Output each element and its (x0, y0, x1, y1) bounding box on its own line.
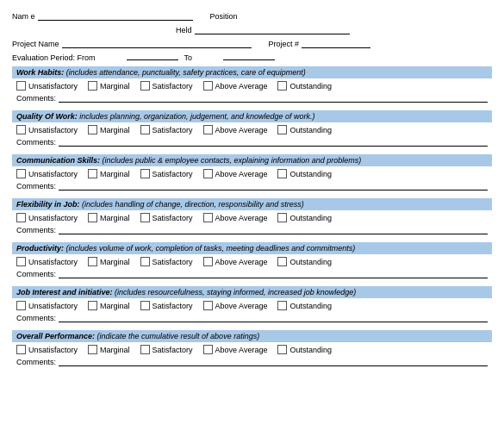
rating-item-unsatisfactory: Unsatisfactory (16, 345, 78, 354)
rating-label-satisfactory: Satisfactory (152, 346, 193, 354)
project-name-input[interactable] (62, 36, 252, 48)
rating-item-unsatisfactory: Unsatisfactory (16, 213, 78, 222)
name-label: Nam e (12, 12, 35, 21)
rating-row-flexibility-in-job: UnsatisfactoryMarginalSatisfactoryAbove … (12, 210, 492, 223)
rating-label-marginal: Marginal (100, 126, 130, 134)
rating-item-unsatisfactory: Unsatisfactory (16, 81, 78, 91)
rating-item-above-average: Above Average (203, 125, 268, 134)
comments-underline[interactable] (59, 136, 488, 147)
rating-item-unsatisfactory: Unsatisfactory (16, 169, 78, 178)
rating-item-outstanding: Outstanding (277, 81, 332, 91)
section-header-communication-skills: Communication Skills: (includes public &… (12, 154, 492, 166)
checkbox-above-average[interactable] (203, 213, 213, 222)
checkbox-above-average[interactable] (203, 257, 213, 266)
comments-row-work-habits: Comments: (12, 91, 492, 105)
checkbox-satisfactory[interactable] (140, 301, 150, 310)
section-header-overall-performance: Overall Performance: (indicate the cumul… (12, 330, 492, 342)
rating-item-outstanding: Outstanding (277, 345, 332, 354)
rating-label-satisfactory: Satisfactory (152, 170, 193, 178)
checkbox-satisfactory[interactable] (140, 345, 150, 354)
comments-underline[interactable] (59, 180, 488, 191)
comments-label: Comments: (16, 182, 56, 191)
checkbox-unsatisfactory[interactable] (16, 213, 26, 222)
checkbox-satisfactory[interactable] (140, 125, 150, 134)
rating-label-marginal: Marginal (100, 302, 130, 310)
checkbox-above-average[interactable] (203, 345, 213, 354)
sections-container: Work Habits: (includes attendance, punct… (12, 66, 492, 369)
rating-item-satisfactory: Satisfactory (140, 301, 193, 310)
rating-item-outstanding: Outstanding (277, 213, 332, 222)
rating-label-above-average: Above Average (215, 82, 268, 91)
project-num-label: Project # (269, 40, 300, 48)
checkbox-marginal[interactable] (88, 257, 97, 266)
rating-item-unsatisfactory: Unsatisfactory (16, 301, 78, 310)
rating-row-overall-performance: UnsatisfactoryMarginalSatisfactoryAbove … (12, 342, 492, 355)
comments-underline[interactable] (59, 312, 488, 322)
eval-period: Evaluation Period: From To (12, 50, 492, 62)
checkbox-marginal[interactable] (88, 301, 97, 310)
checkbox-satisfactory[interactable] (140, 257, 150, 266)
rating-label-unsatisfactory: Unsatisfactory (28, 302, 78, 310)
checkbox-unsatisfactory[interactable] (16, 81, 26, 91)
held-input[interactable] (195, 22, 350, 34)
checkbox-satisfactory[interactable] (140, 169, 150, 178)
rating-item-marginal: Marginal (88, 301, 130, 310)
checkbox-outstanding[interactable] (277, 125, 287, 134)
checkbox-marginal[interactable] (88, 169, 97, 178)
rating-label-outstanding: Outstanding (289, 82, 332, 91)
rating-item-above-average: Above Average (203, 257, 268, 266)
checkbox-above-average[interactable] (203, 301, 213, 310)
rating-label-unsatisfactory: Unsatisfactory (28, 170, 78, 178)
rating-label-satisfactory: Satisfactory (152, 214, 193, 222)
checkbox-satisfactory[interactable] (140, 81, 150, 91)
comments-underline[interactable] (59, 356, 488, 366)
checkbox-outstanding[interactable] (277, 81, 287, 91)
name-input[interactable] (38, 9, 193, 21)
rating-label-satisfactory: Satisfactory (152, 258, 193, 266)
comments-row-quality-of-work: Comments: (12, 135, 492, 149)
checkbox-unsatisfactory[interactable] (16, 345, 26, 354)
rating-item-satisfactory: Satisfactory (140, 81, 193, 91)
checkbox-unsatisfactory[interactable] (16, 257, 26, 266)
eval-from-input[interactable] (127, 50, 178, 60)
rating-row-work-habits: UnsatisfactoryMarginalSatisfactoryAbove … (12, 78, 492, 91)
checkbox-marginal[interactable] (88, 81, 97, 91)
checkbox-outstanding[interactable] (277, 301, 287, 310)
rating-label-satisfactory: Satisfactory (152, 82, 193, 91)
comments-label: Comments: (16, 226, 56, 234)
comments-underline[interactable] (59, 92, 488, 103)
section-productivity: Productivity: (includes volume of work, … (12, 242, 492, 281)
eval-to-input[interactable] (223, 50, 275, 60)
checkbox-unsatisfactory[interactable] (16, 125, 26, 134)
comments-underline[interactable] (59, 224, 488, 234)
checkbox-above-average[interactable] (203, 81, 213, 91)
held-label: Held (176, 26, 192, 34)
comments-row-flexibility-in-job: Comments: (12, 223, 492, 237)
comments-row-job-interest: Comments: (12, 311, 492, 325)
checkbox-above-average[interactable] (203, 125, 213, 134)
rating-label-outstanding: Outstanding (289, 258, 332, 266)
rating-label-above-average: Above Average (215, 302, 268, 310)
checkbox-marginal[interactable] (88, 125, 97, 134)
checkbox-satisfactory[interactable] (140, 213, 150, 222)
section-header-quality-of-work: Quality Of Work: includes planning, orga… (12, 110, 492, 122)
rating-label-outstanding: Outstanding (289, 214, 332, 222)
rating-label-unsatisfactory: Unsatisfactory (28, 214, 78, 222)
rating-item-marginal: Marginal (88, 345, 130, 354)
checkbox-outstanding[interactable] (277, 257, 287, 266)
checkbox-outstanding[interactable] (277, 213, 287, 222)
checkbox-unsatisfactory[interactable] (16, 169, 26, 178)
project-num-input[interactable] (302, 36, 370, 48)
eval-period-label: Evaluation Period: From (12, 53, 96, 62)
rating-row-job-interest: UnsatisfactoryMarginalSatisfactoryAbove … (12, 298, 492, 311)
rating-label-unsatisfactory: Unsatisfactory (28, 82, 78, 91)
comments-underline[interactable] (59, 268, 488, 278)
checkbox-above-average[interactable] (203, 169, 213, 178)
checkbox-unsatisfactory[interactable] (16, 301, 26, 310)
checkbox-marginal[interactable] (88, 213, 97, 222)
rating-label-marginal: Marginal (100, 214, 130, 222)
checkbox-marginal[interactable] (88, 345, 97, 354)
checkbox-outstanding[interactable] (277, 169, 287, 178)
rating-label-above-average: Above Average (215, 170, 268, 178)
checkbox-outstanding[interactable] (277, 345, 287, 354)
